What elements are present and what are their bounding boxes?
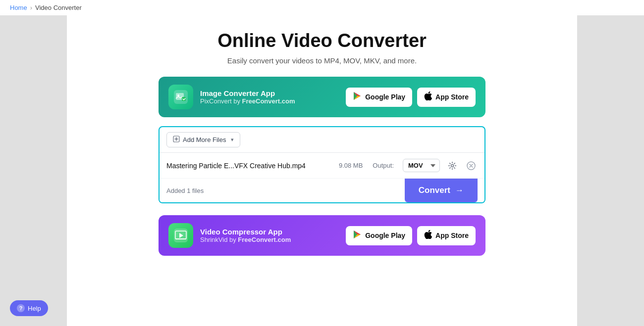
- google-play-icon-2: [353, 230, 362, 241]
- file-row: Mastering Particle E...VFX Creative Hub.…: [160, 153, 484, 179]
- breadcrumb-bar: Home › Video Converter: [0, 0, 644, 15]
- add-files-chevron-icon: ▾: [231, 137, 234, 143]
- added-files-text: Added 1 files: [166, 180, 204, 201]
- file-size: 9.08 MB: [339, 162, 363, 169]
- file-settings-button[interactable]: [446, 159, 459, 172]
- sidebar-left: [0, 15, 67, 326]
- video-compressor-app-name: Video Compressor App: [200, 228, 291, 236]
- google-play-icon: [353, 92, 362, 103]
- add-more-files-button[interactable]: Add More Files ▾: [166, 132, 240, 147]
- banner-left-image: Image Converter App PixConvert by FreeCo…: [168, 85, 295, 109]
- page-subtitle: Easily convert your videos to MP4, MOV, …: [227, 56, 417, 65]
- convert-button[interactable]: Convert →: [405, 179, 478, 202]
- breadcrumb-current: Video Converter: [35, 4, 82, 11]
- file-name: Mastering Particle E...VFX Creative Hub.…: [166, 162, 333, 170]
- google-play-label: Google Play: [365, 93, 405, 101]
- image-converter-banner: Image Converter App PixConvert by FreeCo…: [159, 77, 485, 117]
- help-icon: ?: [17, 304, 25, 312]
- video-compressor-store-buttons: Google Play App Store: [346, 226, 476, 245]
- svg-point-9: [451, 164, 454, 167]
- help-button[interactable]: ? Help: [10, 300, 48, 316]
- remove-file-button[interactable]: [465, 159, 478, 172]
- image-converter-app-name: Image Converter App: [200, 89, 295, 97]
- apple-icon-2: [424, 230, 432, 241]
- image-converter-app-store-button[interactable]: App Store: [417, 88, 476, 107]
- help-label: Help: [28, 305, 41, 312]
- page-title: Online Video Converter: [217, 30, 427, 51]
- video-compressor-app-store-button[interactable]: App Store: [417, 226, 476, 245]
- output-format-select[interactable]: MOV MP4 MKV AVI WebM: [403, 159, 440, 172]
- google-play-label-2: Google Play: [365, 232, 405, 239]
- sidebar-right: [577, 15, 644, 326]
- image-converter-store-buttons: Google Play App Store: [346, 88, 476, 107]
- convert-label: Convert: [419, 186, 450, 195]
- main-content: Online Video Converter Easily convert yo…: [67, 15, 577, 326]
- image-converter-publisher: PixConvert by FreeConvert.com: [200, 97, 295, 105]
- apple-icon: [424, 92, 432, 103]
- banner-left-video: Video Compressor App ShrinkVid by FreeCo…: [168, 223, 291, 248]
- video-compressor-text: Video Compressor App ShrinkVid by FreeCo…: [200, 228, 291, 243]
- convert-arrow-icon: →: [455, 186, 464, 195]
- convert-row: Added 1 files Convert →: [160, 179, 484, 202]
- converter-toolbar: Add More Files ▾: [160, 127, 484, 153]
- image-converter-google-play-button[interactable]: Google Play: [346, 88, 412, 107]
- video-compressor-publisher: ShrinkVid by FreeConvert.com: [200, 236, 291, 243]
- add-more-files-label: Add More Files: [183, 136, 226, 143]
- app-store-label: App Store: [435, 93, 469, 101]
- breadcrumb-separator: ›: [30, 4, 32, 11]
- app-store-label-2: App Store: [435, 232, 469, 239]
- breadcrumb-home[interactable]: Home: [10, 4, 27, 11]
- video-compressor-google-play-button[interactable]: Google Play: [346, 226, 412, 245]
- image-converter-text: Image Converter App PixConvert by FreeCo…: [200, 89, 295, 105]
- video-compressor-icon: [168, 223, 193, 248]
- image-converter-icon: [168, 85, 193, 109]
- video-compressor-banner: Video Compressor App ShrinkVid by FreeCo…: [159, 215, 485, 256]
- output-label: Output:: [373, 162, 394, 169]
- converter-box: Add More Files ▾ Mastering Particle E...…: [159, 126, 485, 203]
- file-add-icon: [173, 136, 180, 144]
